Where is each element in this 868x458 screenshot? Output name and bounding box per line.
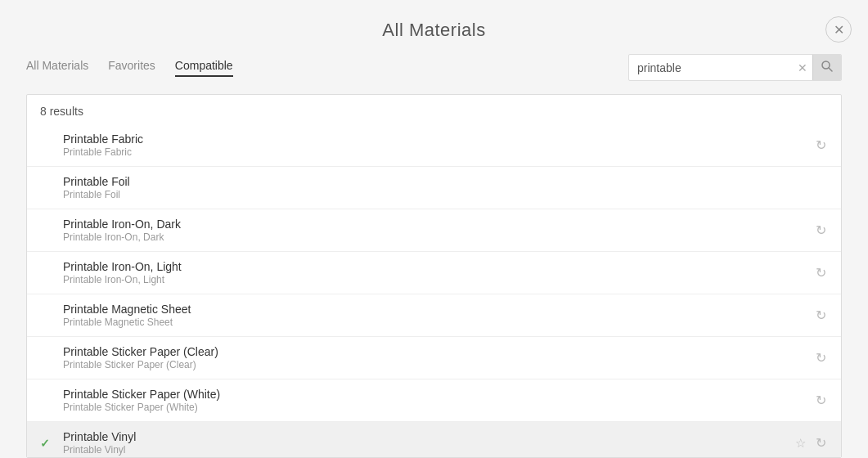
item-actions: ↻ (814, 306, 828, 325)
item-sub: Printable Magnetic Sheet (63, 317, 814, 328)
svg-line-1 (829, 68, 832, 71)
item-sub: Printable Foil (63, 189, 828, 200)
search-clear-button[interactable]: ✕ (793, 58, 812, 78)
star-icon[interactable]: ☆ (794, 434, 807, 452)
close-button[interactable]: ✕ (825, 16, 852, 43)
check-placeholder (40, 394, 60, 407)
list-item[interactable]: Printable Sticker Paper (Clear) Printabl… (27, 337, 841, 379)
item-actions: ↻ (814, 221, 828, 240)
refresh-icon[interactable]: ↻ (814, 391, 828, 410)
refresh-icon[interactable]: ↻ (814, 348, 828, 367)
results-count: 8 results (27, 95, 841, 124)
list-item[interactable]: Printable Iron-On, Light Printable Iron-… (27, 252, 841, 294)
item-actions: ↻ (814, 136, 828, 155)
item-name: Printable Iron-On, Dark (63, 218, 814, 231)
check-placeholder (40, 267, 60, 280)
item-sub: Printable Iron-On, Light (63, 274, 814, 285)
item-name: Printable Sticker Paper (White) (63, 388, 814, 401)
check-placeholder (40, 309, 60, 322)
list-item[interactable]: Printable Sticker Paper (White) Printabl… (27, 379, 841, 422)
item-name: Printable Vinyl (63, 430, 794, 443)
nav-bar: All Materials Favorites Compatible ✕ (0, 54, 868, 94)
all-materials-modal: All Materials ✕ All Materials Favorites … (0, 0, 868, 458)
items-list: Printable Fabric Printable Fabric ↻ Prin… (27, 124, 841, 457)
item-text: Printable Foil Printable Foil (63, 175, 828, 200)
item-actions: ↻ (814, 263, 828, 282)
check-placeholder (40, 352, 60, 365)
item-text: Printable Iron-On, Light Printable Iron-… (63, 260, 814, 285)
modal-title: All Materials (382, 20, 485, 40)
item-name: Printable Foil (63, 175, 828, 188)
item-actions: ☆ ↻ (794, 433, 828, 452)
refresh-icon[interactable]: ↻ (814, 306, 828, 325)
item-actions: ↻ (814, 348, 828, 367)
check-placeholder (40, 182, 60, 195)
item-name: Printable Magnetic Sheet (63, 303, 814, 316)
check-placeholder (40, 224, 60, 237)
tab-all-materials[interactable]: All Materials (26, 59, 88, 77)
search-submit-button[interactable] (812, 55, 841, 80)
item-sub: Printable Sticker Paper (White) (63, 402, 814, 413)
nav-tabs: All Materials Favorites Compatible (26, 59, 609, 77)
item-sub: Printable Fabric (63, 146, 814, 158)
item-text: Printable Iron-On, Dark Printable Iron-O… (63, 218, 814, 243)
item-actions: ↻ (814, 391, 828, 410)
refresh-icon[interactable]: ↻ (814, 221, 828, 240)
item-text: Printable Magnetic Sheet Printable Magne… (63, 303, 814, 328)
list-item[interactable]: Printable Iron-On, Dark Printable Iron-O… (27, 209, 841, 252)
search-box: ✕ (628, 54, 842, 81)
refresh-icon[interactable]: ↻ (814, 263, 828, 282)
tab-compatible[interactable]: Compatible (175, 59, 233, 77)
refresh-icon[interactable]: ↻ (814, 433, 828, 452)
modal-header: All Materials ✕ (0, 0, 868, 54)
list-item[interactable]: Printable Foil Printable Foil (27, 167, 841, 209)
list-item[interactable]: Printable Magnetic Sheet Printable Magne… (27, 294, 841, 337)
tab-favorites[interactable]: Favorites (108, 59, 155, 77)
search-input[interactable] (629, 56, 793, 79)
item-sub: Printable Iron-On, Dark (63, 231, 814, 243)
search-icon (821, 61, 833, 72)
item-text: Printable Sticker Paper (White) Printabl… (63, 388, 814, 413)
item-name: Printable Fabric (63, 132, 814, 146)
list-item[interactable]: Printable Fabric Printable Fabric ↻ (27, 124, 841, 167)
content-area: 8 results Printable Fabric Printable Fab… (26, 94, 842, 458)
item-name: Printable Sticker Paper (Clear) (63, 345, 814, 358)
item-text: Printable Fabric Printable Fabric (63, 132, 814, 158)
item-sub: Printable Sticker Paper (Clear) (63, 359, 814, 370)
refresh-icon[interactable]: ↻ (814, 136, 828, 155)
item-name: Printable Iron-On, Light (63, 260, 814, 273)
item-text: Printable Vinyl Printable Vinyl (63, 430, 794, 456)
list-item-selected[interactable]: ✓ Printable Vinyl Printable Vinyl ☆ ↻ (27, 422, 841, 457)
item-sub: Printable Vinyl (63, 444, 794, 456)
check-placeholder (40, 139, 60, 152)
item-text: Printable Sticker Paper (Clear) Printabl… (63, 345, 814, 370)
check-icon: ✓ (40, 437, 60, 450)
